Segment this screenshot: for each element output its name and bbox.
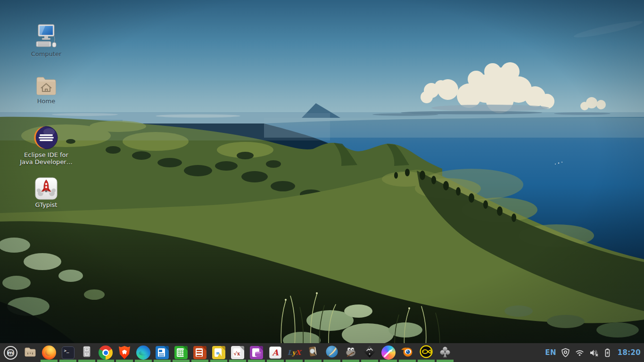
taskbar-app-fish[interactable]: [417, 343, 436, 362]
linuxmint-logo-icon: m: [4, 346, 17, 360]
desktop-icon-label: Computer: [31, 50, 62, 58]
desktop-icon-label: Eclipse IDE for: [24, 151, 68, 158]
lyx-icon: LyX: [288, 349, 301, 356]
update-shield-icon[interactable]: [561, 348, 570, 358]
taskbar-app-base[interactable]: [247, 343, 266, 362]
desktop-icon-label: Home: [37, 98, 55, 105]
taskbar-app-scribus[interactable]: [322, 343, 341, 362]
taskbar-app-file-cabinet[interactable]: [77, 343, 96, 362]
clock[interactable]: 18:20: [618, 348, 641, 357]
taskbar-app-chrome[interactable]: [96, 343, 115, 362]
taskbar-app-brave[interactable]: [115, 343, 134, 362]
taskbar-app-abiword[interactable]: A: [266, 343, 285, 362]
taskbar-app-terminal[interactable]: >_: [58, 343, 77, 362]
book-magnifier-icon: [306, 345, 320, 361]
taskbar-app-firefox[interactable]: [40, 343, 58, 362]
edge-icon: [136, 346, 150, 360]
taskbar-app-lyx[interactable]: LyX: [285, 343, 304, 362]
chrome-icon: [99, 346, 113, 360]
gtypist-rocket-icon: [35, 177, 58, 200]
krita-icon: [381, 346, 396, 360]
system-tray: EN: [545, 348, 644, 358]
taskbar-app-writer[interactable]: [153, 343, 172, 362]
taskbar-panel: m >_: [0, 343, 644, 362]
taskbar-app-blender[interactable]: [398, 343, 417, 362]
inkscape-diamond-icon: [363, 345, 377, 361]
wifi-icon[interactable]: [575, 348, 585, 358]
libreoffice-math-icon: √x: [231, 346, 244, 359]
clubs-suit-icon: [438, 345, 452, 361]
libreoffice-impress-icon: [193, 346, 206, 359]
libreoffice-base-icon: [250, 346, 263, 359]
scribus-icon: [325, 345, 339, 361]
abiword-icon: A: [269, 346, 281, 359]
file-manager-icon: [23, 345, 37, 361]
volume-muted-icon[interactable]: [589, 348, 599, 358]
brave-icon: [118, 346, 131, 359]
wallpaper: [0, 0, 644, 362]
taskbar-app-gimp[interactable]: [341, 343, 360, 362]
taskbar-app-edge[interactable]: [134, 343, 153, 362]
desktop-icon-home[interactable]: Home: [11, 74, 82, 105]
libreoffice-draw-icon: [212, 346, 225, 359]
battery-charging-icon[interactable]: [603, 348, 613, 358]
libreoffice-writer-icon: [156, 346, 169, 359]
desktop-icon-gtypist[interactable]: GTypist: [11, 177, 82, 208]
taskbar-app-dictionary[interactable]: [304, 343, 322, 362]
keyboard-layout-indicator[interactable]: EN: [545, 348, 556, 357]
taskbar-app-draw[interactable]: [209, 343, 228, 362]
taskbar-app-impress[interactable]: [190, 343, 209, 362]
desktop-icon-label: GTypist: [35, 201, 58, 208]
taskbar-app-solitaire[interactable]: [436, 343, 454, 362]
taskbar-app-calc[interactable]: [172, 343, 190, 362]
blender-icon: [400, 345, 414, 361]
firefox-icon: [42, 346, 56, 360]
taskbar-app-inkscape[interactable]: [360, 343, 379, 362]
eclipse-icon: [34, 125, 58, 150]
mint-menu-button[interactable]: m: [0, 343, 21, 362]
taskbar-app-krita[interactable]: [379, 343, 398, 362]
computer-icon: [34, 24, 58, 49]
desktop-icon-label2: Java Developer…: [20, 158, 72, 165]
desktop-icon-computer[interactable]: Computer: [11, 24, 82, 58]
taskbar-app-math[interactable]: √x: [228, 343, 247, 362]
taskbar-app-files[interactable]: [21, 343, 40, 362]
home-folder-icon: [35, 74, 58, 96]
gimp-wilber-icon: [344, 345, 358, 361]
libreoffice-calc-icon: [174, 346, 188, 359]
drawer-cabinet-icon: [80, 345, 94, 361]
terminal-icon: >_: [62, 346, 74, 359]
yellow-fish-ring-icon: [419, 345, 433, 361]
desktop-icon-eclipse[interactable]: Eclipse IDE for Java Developer…: [11, 125, 82, 165]
